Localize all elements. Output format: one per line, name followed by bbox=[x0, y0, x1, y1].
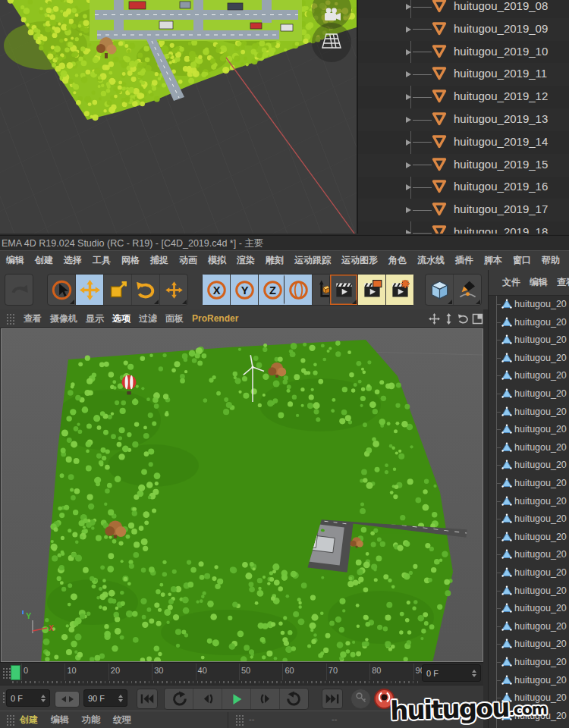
keyframe-selection-button[interactable] bbox=[351, 689, 371, 709]
menu-选择[interactable]: 选择 bbox=[64, 254, 82, 267]
object-row[interactable]: huitugou_2019_12 bbox=[358, 86, 569, 108]
expand-arrow-icon[interactable] bbox=[406, 71, 411, 77]
spinner-arrows-icon[interactable] bbox=[38, 695, 46, 702]
menu-运动跟踪[interactable]: 运动跟踪 bbox=[294, 254, 331, 267]
object-row[interactable]: huitugou_2019_18 bbox=[358, 221, 569, 234]
menu-模拟[interactable]: 模拟 bbox=[208, 254, 226, 267]
current-frame-field[interactable]: 0 F bbox=[422, 664, 481, 682]
goto-end-button[interactable] bbox=[322, 689, 343, 709]
tool-live-selection[interactable] bbox=[48, 275, 76, 305]
menu-帮助[interactable]: 帮助 bbox=[542, 254, 560, 267]
tool-scale[interactable] bbox=[104, 275, 132, 305]
object-row[interactable]: huitugou_20 bbox=[489, 672, 569, 690]
expand-arrow-icon[interactable] bbox=[406, 140, 411, 146]
viewport-menu-面板[interactable]: 面板 bbox=[165, 312, 184, 325]
tool-lock-z[interactable]: Z bbox=[259, 275, 286, 305]
viewport-menu-查看[interactable]: 查看 bbox=[24, 312, 42, 325]
expand-arrow-icon[interactable] bbox=[406, 94, 411, 100]
expand-arrow-icon[interactable] bbox=[406, 230, 411, 234]
object-row[interactable]: huitugou_20 bbox=[489, 582, 569, 601]
next-frame-button[interactable] bbox=[251, 689, 280, 709]
menu-网格[interactable]: 网格 bbox=[121, 254, 140, 267]
om-menu-编辑[interactable]: 编辑 bbox=[530, 276, 548, 289]
object-row[interactable]: huitugou_20 bbox=[489, 385, 569, 403]
menu-角色[interactable]: 角色 bbox=[388, 254, 407, 267]
menu-雕刻[interactable]: 雕刻 bbox=[266, 254, 284, 267]
menu-渲染[interactable]: 渲染 bbox=[237, 254, 255, 267]
workplane-toggle-button[interactable] bbox=[312, 23, 351, 62]
tool-undo[interactable] bbox=[5, 275, 33, 305]
menu-工具[interactable]: 工具 bbox=[93, 254, 111, 267]
material-menu-功能[interactable]: 功能 bbox=[82, 714, 100, 726]
frame-ruler[interactable]: 0102030405060708090 bbox=[12, 664, 420, 680]
zoom-icon[interactable] bbox=[443, 313, 454, 325]
object-row[interactable]: huitugou_20 bbox=[489, 296, 569, 314]
spinner-arrows-icon[interactable] bbox=[115, 695, 123, 702]
object-row[interactable]: huitugou_20 bbox=[489, 725, 569, 728]
object-row[interactable]: huitugou_20 bbox=[489, 635, 569, 654]
object-row[interactable]: huitugou_20 bbox=[489, 314, 569, 332]
tool-render-settings[interactable] bbox=[386, 275, 413, 305]
tool-spline-pen[interactable] bbox=[454, 275, 481, 305]
om-menu-查看[interactable]: 查看 bbox=[557, 276, 569, 289]
current-frame-marker[interactable] bbox=[11, 665, 20, 680]
object-row[interactable]: huitugou_2019_08 bbox=[358, 0, 569, 18]
object-row[interactable]: huitugou_20 bbox=[489, 600, 569, 618]
prev-key-button[interactable] bbox=[165, 689, 193, 709]
menu-编辑[interactable]: 编辑 bbox=[6, 254, 24, 267]
viewport-menu-过滤[interactable]: 过滤 bbox=[139, 312, 157, 325]
toggle-view-icon[interactable] bbox=[472, 313, 483, 325]
object-row[interactable]: huitugou_20 bbox=[489, 331, 569, 350]
expand-arrow-icon[interactable] bbox=[406, 27, 411, 33]
panel-grip[interactable] bbox=[6, 714, 15, 726]
object-row[interactable]: huitugou_20 bbox=[489, 475, 569, 493]
rotate-icon[interactable] bbox=[457, 313, 469, 325]
menu-捕捉[interactable]: 捕捉 bbox=[150, 254, 168, 267]
object-row[interactable]: huitugou_2019_14 bbox=[358, 131, 569, 154]
object-row[interactable]: huitugou_20 bbox=[489, 421, 569, 439]
object-row[interactable]: huitugou_2019_15 bbox=[358, 154, 569, 177]
object-row[interactable]: huitugou_2019_17 bbox=[358, 199, 569, 221]
autokey-record-button[interactable] bbox=[374, 689, 395, 709]
object-row[interactable]: huitugou_20 bbox=[489, 350, 569, 368]
menu-脚本[interactable]: 脚本 bbox=[484, 254, 502, 267]
object-row[interactable]: huitugou_20 bbox=[489, 439, 569, 457]
object-row[interactable]: huitugou_2019_16 bbox=[358, 176, 569, 199]
prev-frame-button[interactable] bbox=[193, 689, 222, 709]
end-frame-field[interactable]: 90 F bbox=[83, 689, 127, 707]
object-row[interactable]: huitugou_2019_10 bbox=[358, 41, 569, 64]
viewport-menu-ProRender[interactable]: ProRender bbox=[192, 313, 238, 324]
viewport-menu-摄像机[interactable]: 摄像机 bbox=[50, 312, 77, 325]
expand-arrow-icon[interactable] bbox=[406, 117, 411, 123]
object-row[interactable]: huitugou_20 bbox=[489, 689, 569, 708]
panel-grip[interactable] bbox=[6, 313, 15, 325]
menu-插件[interactable]: 插件 bbox=[455, 254, 473, 267]
material-menu-编辑[interactable]: 编辑 bbox=[51, 714, 69, 726]
object-row[interactable]: huitugou_20 bbox=[489, 403, 569, 422]
object-row[interactable]: huitugou_20 bbox=[489, 654, 569, 672]
expand-arrow-icon[interactable] bbox=[406, 49, 411, 55]
tool-last-tool[interactable] bbox=[160, 275, 187, 305]
menu-窗口[interactable]: 窗口 bbox=[513, 254, 531, 267]
pan-icon[interactable] bbox=[429, 313, 440, 325]
viewport-menu-显示[interactable]: 显示 bbox=[86, 312, 104, 325]
next-key-button[interactable] bbox=[280, 689, 308, 709]
expand-arrow-icon[interactable] bbox=[406, 4, 411, 10]
object-row[interactable]: huitugou_20 bbox=[489, 564, 569, 582]
object-row[interactable]: huitugou_20 bbox=[489, 618, 569, 636]
menu-动画[interactable]: 动画 bbox=[179, 254, 197, 267]
object-row[interactable]: huitugou_20 bbox=[489, 708, 569, 726]
start-frame-field[interactable]: 0 F bbox=[6, 689, 50, 707]
object-row[interactable]: huitugou_20 bbox=[489, 546, 569, 564]
menu-创建[interactable]: 创建 bbox=[35, 254, 53, 267]
tool-coordinate-system[interactable] bbox=[284, 275, 313, 305]
object-row[interactable]: huitugou_20 bbox=[489, 457, 569, 475]
material-menu-创建[interactable]: 创建 bbox=[20, 714, 38, 726]
expand-arrow-icon[interactable] bbox=[406, 184, 411, 190]
tool-render-view[interactable] bbox=[330, 275, 358, 305]
goto-start-button[interactable] bbox=[137, 689, 158, 709]
viewport-perspective-top[interactable] bbox=[0, 0, 357, 234]
play-button[interactable] bbox=[222, 689, 251, 709]
object-row[interactable]: huitugou_20 bbox=[489, 493, 569, 511]
tool-lock-x[interactable]: X bbox=[203, 275, 231, 305]
